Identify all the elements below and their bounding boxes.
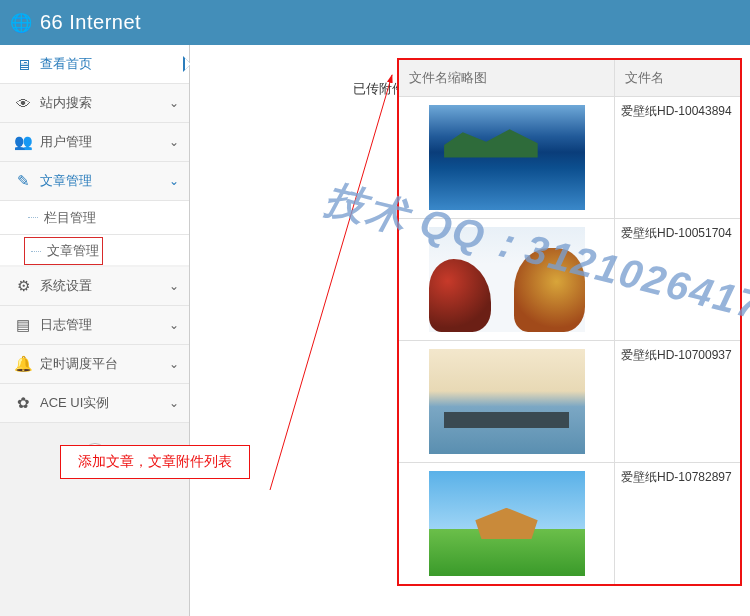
sidebar-item-logs[interactable]: 日志管理 ⌄ [0, 306, 189, 345]
sidebar-item-label: 日志管理 [40, 316, 169, 334]
sidebar-item-aceui[interactable]: ACE UI实例 ⌄ [0, 384, 189, 423]
book-icon [12, 316, 34, 334]
chevron-down-icon: ⌄ [169, 396, 179, 410]
leaf-icon [12, 394, 34, 412]
table-row: 爱壁纸HD-10051704 [399, 218, 740, 340]
sidebar-item-users[interactable]: 用户管理 ⌄ [0, 123, 189, 162]
tree-dash-icon [31, 251, 41, 252]
file-name: 爱壁纸HD-10700937 [615, 341, 740, 462]
sidebar-item-label: 用户管理 [40, 133, 169, 151]
table-row: 爱壁纸HD-10700937 [399, 340, 740, 462]
tree-dash-icon [28, 217, 38, 218]
svg-line-1 [270, 75, 392, 490]
sidebar-item-home[interactable]: 查看首页 [0, 45, 189, 84]
brand-text: 66 Internet [40, 11, 141, 34]
gear-icon [12, 277, 34, 295]
sub-item-columns[interactable]: 栏目管理 [0, 201, 189, 235]
thumbnail-image[interactable] [429, 227, 585, 332]
users-icon [12, 133, 34, 151]
submenu: 栏目管理 文章管理 [0, 201, 189, 265]
annotation-box: 添加文章，文章附件列表 [60, 445, 250, 479]
col-name: 文件名 [615, 60, 740, 96]
sub-item-label: 栏目管理 [44, 209, 96, 227]
chevron-down-icon: ⌄ [169, 135, 179, 149]
bell-icon [12, 355, 34, 373]
file-name: 爱壁纸HD-10043894 [615, 97, 740, 218]
sidebar-item-settings[interactable]: 系统设置 ⌄ [0, 267, 189, 306]
sidebar-item-label: ACE UI实例 [40, 394, 169, 412]
col-thumb: 文件名缩略图 [399, 60, 615, 96]
sub-item-article-manage[interactable]: 文章管理 [24, 237, 103, 265]
sidebar-item-articles[interactable]: 文章管理 ⌄ [0, 162, 189, 201]
chevron-down-icon: ⌄ [169, 174, 179, 188]
desktop-icon [12, 56, 34, 73]
sidebar-item-label: 查看首页 [40, 55, 179, 73]
thumbnail-image[interactable] [429, 349, 585, 454]
chevron-down-icon: ⌄ [169, 318, 179, 332]
globe-icon: 🌐 [10, 12, 32, 34]
sidebar: 查看首页 站内搜索 ⌄ 用户管理 ⌄ 文章管理 ⌄ 栏目管理 文章管理 [0, 45, 190, 616]
annotation-text: 添加文章，文章附件列表 [78, 453, 232, 471]
attachments-table: 文件名缩略图 文件名 爱壁纸HD-10043894 爱壁纸HD-10051704… [397, 58, 742, 586]
thumbnail-image[interactable] [429, 471, 585, 576]
eye-icon [12, 95, 34, 112]
sidebar-item-scheduler[interactable]: 定时调度平台 ⌄ [0, 345, 189, 384]
table-row: 爱壁纸HD-10043894 [399, 96, 740, 218]
edit-icon [12, 172, 34, 190]
file-name: 爱壁纸HD-10782897 [615, 463, 740, 584]
file-name: 爱壁纸HD-10051704 [615, 219, 740, 340]
chevron-down-icon: ⌄ [169, 96, 179, 110]
sidebar-item-label: 定时调度平台 [40, 355, 169, 373]
table-row: 爱壁纸HD-10782897 [399, 462, 740, 584]
sub-item-label: 文章管理 [47, 242, 99, 260]
chevron-down-icon: ⌄ [169, 357, 179, 371]
sidebar-item-label: 站内搜索 [40, 94, 169, 112]
chevron-down-icon: ⌄ [169, 279, 179, 293]
thumbnail-image[interactable] [429, 105, 585, 210]
sidebar-item-label: 系统设置 [40, 277, 169, 295]
navbar: 🌐 66 Internet [0, 0, 750, 45]
table-header: 文件名缩略图 文件名 [399, 60, 740, 96]
content: 已传附件 文件名缩略图 文件名 爱壁纸HD-10043894 爱壁纸HD-100… [190, 45, 750, 616]
sidebar-item-label: 文章管理 [40, 172, 169, 190]
sidebar-item-search[interactable]: 站内搜索 ⌄ [0, 84, 189, 123]
